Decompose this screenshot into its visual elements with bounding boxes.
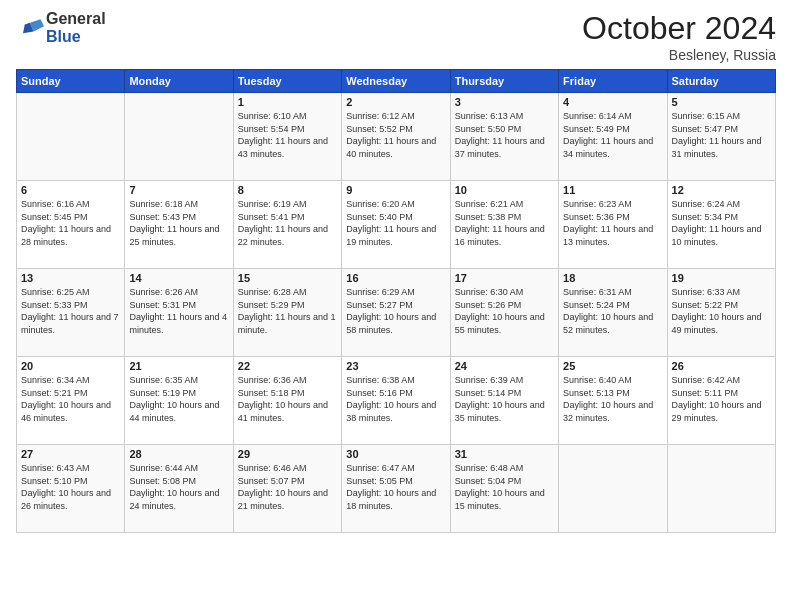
day-info: Sunrise: 6:24 AMSunset: 5:34 PMDaylight:… xyxy=(672,198,771,248)
day-info: Sunrise: 6:47 AMSunset: 5:05 PMDaylight:… xyxy=(346,462,445,512)
day-info: Sunrise: 6:29 AMSunset: 5:27 PMDaylight:… xyxy=(346,286,445,336)
day-info: Sunrise: 6:33 AMSunset: 5:22 PMDaylight:… xyxy=(672,286,771,336)
day-number: 19 xyxy=(672,272,771,284)
calendar-cell xyxy=(559,445,667,533)
logo-general-text: General xyxy=(46,10,106,28)
calendar-cell: 19Sunrise: 6:33 AMSunset: 5:22 PMDayligh… xyxy=(667,269,775,357)
page: General Blue October 2024 Besleney, Russ… xyxy=(0,0,792,612)
day-number: 8 xyxy=(238,184,337,196)
calendar-week-row: 6Sunrise: 6:16 AMSunset: 5:45 PMDaylight… xyxy=(17,181,776,269)
title-block: October 2024 Besleney, Russia xyxy=(582,10,776,63)
calendar-header-row: SundayMondayTuesdayWednesdayThursdayFrid… xyxy=(17,70,776,93)
day-number: 21 xyxy=(129,360,228,372)
calendar-cell: 23Sunrise: 6:38 AMSunset: 5:16 PMDayligh… xyxy=(342,357,450,445)
day-number: 14 xyxy=(129,272,228,284)
day-number: 4 xyxy=(563,96,662,108)
calendar-cell: 9Sunrise: 6:20 AMSunset: 5:40 PMDaylight… xyxy=(342,181,450,269)
day-number: 17 xyxy=(455,272,554,284)
calendar-cell: 14Sunrise: 6:26 AMSunset: 5:31 PMDayligh… xyxy=(125,269,233,357)
calendar-cell: 11Sunrise: 6:23 AMSunset: 5:36 PMDayligh… xyxy=(559,181,667,269)
calendar-cell: 12Sunrise: 6:24 AMSunset: 5:34 PMDayligh… xyxy=(667,181,775,269)
day-of-week-header: Saturday xyxy=(667,70,775,93)
logo: General Blue xyxy=(16,10,106,45)
calendar-cell: 16Sunrise: 6:29 AMSunset: 5:27 PMDayligh… xyxy=(342,269,450,357)
day-number: 2 xyxy=(346,96,445,108)
calendar-cell xyxy=(125,93,233,181)
day-info: Sunrise: 6:34 AMSunset: 5:21 PMDaylight:… xyxy=(21,374,120,424)
day-info: Sunrise: 6:25 AMSunset: 5:33 PMDaylight:… xyxy=(21,286,120,336)
calendar-cell: 24Sunrise: 6:39 AMSunset: 5:14 PMDayligh… xyxy=(450,357,558,445)
day-info: Sunrise: 6:35 AMSunset: 5:19 PMDaylight:… xyxy=(129,374,228,424)
calendar-cell: 27Sunrise: 6:43 AMSunset: 5:10 PMDayligh… xyxy=(17,445,125,533)
logo-text: General Blue xyxy=(46,10,106,45)
day-info: Sunrise: 6:38 AMSunset: 5:16 PMDaylight:… xyxy=(346,374,445,424)
calendar-cell: 6Sunrise: 6:16 AMSunset: 5:45 PMDaylight… xyxy=(17,181,125,269)
day-info: Sunrise: 6:18 AMSunset: 5:43 PMDaylight:… xyxy=(129,198,228,248)
calendar-cell: 29Sunrise: 6:46 AMSunset: 5:07 PMDayligh… xyxy=(233,445,341,533)
day-info: Sunrise: 6:21 AMSunset: 5:38 PMDaylight:… xyxy=(455,198,554,248)
calendar-week-row: 13Sunrise: 6:25 AMSunset: 5:33 PMDayligh… xyxy=(17,269,776,357)
day-info: Sunrise: 6:15 AMSunset: 5:47 PMDaylight:… xyxy=(672,110,771,160)
calendar-cell: 20Sunrise: 6:34 AMSunset: 5:21 PMDayligh… xyxy=(17,357,125,445)
day-info: Sunrise: 6:16 AMSunset: 5:45 PMDaylight:… xyxy=(21,198,120,248)
day-number: 12 xyxy=(672,184,771,196)
header: General Blue October 2024 Besleney, Russ… xyxy=(16,10,776,63)
day-info: Sunrise: 6:23 AMSunset: 5:36 PMDaylight:… xyxy=(563,198,662,248)
logo-icon xyxy=(16,14,44,42)
calendar-cell xyxy=(667,445,775,533)
day-number: 9 xyxy=(346,184,445,196)
calendar-cell: 17Sunrise: 6:30 AMSunset: 5:26 PMDayligh… xyxy=(450,269,558,357)
day-number: 26 xyxy=(672,360,771,372)
day-info: Sunrise: 6:48 AMSunset: 5:04 PMDaylight:… xyxy=(455,462,554,512)
month-title: October 2024 xyxy=(582,10,776,47)
day-info: Sunrise: 6:42 AMSunset: 5:11 PMDaylight:… xyxy=(672,374,771,424)
day-number: 22 xyxy=(238,360,337,372)
day-info: Sunrise: 6:28 AMSunset: 5:29 PMDaylight:… xyxy=(238,286,337,336)
calendar-cell xyxy=(17,93,125,181)
day-of-week-header: Sunday xyxy=(17,70,125,93)
day-of-week-header: Monday xyxy=(125,70,233,93)
day-number: 20 xyxy=(21,360,120,372)
day-number: 15 xyxy=(238,272,337,284)
day-number: 13 xyxy=(21,272,120,284)
day-number: 11 xyxy=(563,184,662,196)
day-info: Sunrise: 6:40 AMSunset: 5:13 PMDaylight:… xyxy=(563,374,662,424)
day-info: Sunrise: 6:13 AMSunset: 5:50 PMDaylight:… xyxy=(455,110,554,160)
calendar-cell: 1Sunrise: 6:10 AMSunset: 5:54 PMDaylight… xyxy=(233,93,341,181)
day-info: Sunrise: 6:46 AMSunset: 5:07 PMDaylight:… xyxy=(238,462,337,512)
day-number: 27 xyxy=(21,448,120,460)
day-info: Sunrise: 6:14 AMSunset: 5:49 PMDaylight:… xyxy=(563,110,662,160)
calendar-week-row: 27Sunrise: 6:43 AMSunset: 5:10 PMDayligh… xyxy=(17,445,776,533)
day-info: Sunrise: 6:30 AMSunset: 5:26 PMDaylight:… xyxy=(455,286,554,336)
day-number: 1 xyxy=(238,96,337,108)
day-number: 23 xyxy=(346,360,445,372)
day-number: 28 xyxy=(129,448,228,460)
day-info: Sunrise: 6:19 AMSunset: 5:41 PMDaylight:… xyxy=(238,198,337,248)
day-info: Sunrise: 6:36 AMSunset: 5:18 PMDaylight:… xyxy=(238,374,337,424)
day-info: Sunrise: 6:26 AMSunset: 5:31 PMDaylight:… xyxy=(129,286,228,336)
calendar-cell: 2Sunrise: 6:12 AMSunset: 5:52 PMDaylight… xyxy=(342,93,450,181)
calendar-cell: 26Sunrise: 6:42 AMSunset: 5:11 PMDayligh… xyxy=(667,357,775,445)
calendar-cell: 7Sunrise: 6:18 AMSunset: 5:43 PMDaylight… xyxy=(125,181,233,269)
day-info: Sunrise: 6:39 AMSunset: 5:14 PMDaylight:… xyxy=(455,374,554,424)
calendar-cell: 10Sunrise: 6:21 AMSunset: 5:38 PMDayligh… xyxy=(450,181,558,269)
day-number: 25 xyxy=(563,360,662,372)
calendar-cell: 21Sunrise: 6:35 AMSunset: 5:19 PMDayligh… xyxy=(125,357,233,445)
day-number: 29 xyxy=(238,448,337,460)
day-number: 7 xyxy=(129,184,228,196)
day-number: 31 xyxy=(455,448,554,460)
day-number: 6 xyxy=(21,184,120,196)
day-number: 18 xyxy=(563,272,662,284)
day-number: 3 xyxy=(455,96,554,108)
calendar-cell: 15Sunrise: 6:28 AMSunset: 5:29 PMDayligh… xyxy=(233,269,341,357)
logo-blue-text: Blue xyxy=(46,28,106,46)
day-info: Sunrise: 6:20 AMSunset: 5:40 PMDaylight:… xyxy=(346,198,445,248)
day-of-week-header: Thursday xyxy=(450,70,558,93)
day-info: Sunrise: 6:31 AMSunset: 5:24 PMDaylight:… xyxy=(563,286,662,336)
calendar-cell: 30Sunrise: 6:47 AMSunset: 5:05 PMDayligh… xyxy=(342,445,450,533)
day-info: Sunrise: 6:44 AMSunset: 5:08 PMDaylight:… xyxy=(129,462,228,512)
calendar-week-row: 1Sunrise: 6:10 AMSunset: 5:54 PMDaylight… xyxy=(17,93,776,181)
day-of-week-header: Tuesday xyxy=(233,70,341,93)
calendar-cell: 8Sunrise: 6:19 AMSunset: 5:41 PMDaylight… xyxy=(233,181,341,269)
day-number: 24 xyxy=(455,360,554,372)
